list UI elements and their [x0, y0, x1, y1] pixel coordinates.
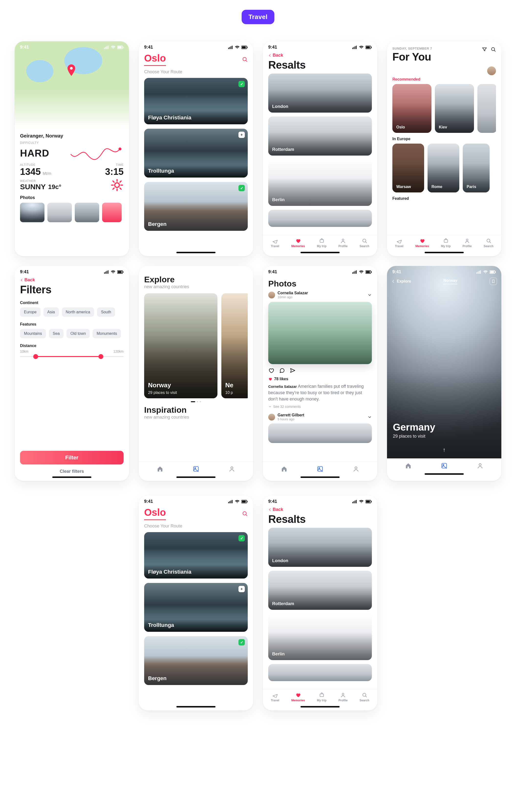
tab-travel[interactable]: Travel — [271, 692, 279, 702]
tab-profile[interactable] — [477, 463, 483, 469]
svg-rect-33 — [371, 47, 372, 48]
back-button[interactable]: Back — [268, 507, 372, 512]
screen-explore: Explore new amazing countries Norway 29 … — [139, 266, 253, 481]
tab-search[interactable]: Search — [484, 238, 493, 248]
route-card[interactable]: ✓Fløya Christiania — [144, 532, 248, 579]
status-icons — [228, 500, 248, 503]
plus-icon[interactable]: + — [238, 586, 245, 592]
eu-card[interactable]: Rome — [428, 144, 459, 193]
caption-author[interactable]: Cornelia Salazar — [268, 384, 297, 388]
route-card[interactable]: ✓ Bergen — [144, 182, 248, 231]
like-icon[interactable] — [268, 368, 274, 373]
post-image[interactable] — [268, 424, 372, 443]
send-icon[interactable] — [290, 368, 296, 373]
status-icons — [104, 270, 124, 274]
post-time: 5 hours ago — [278, 417, 365, 421]
search-icon[interactable] — [242, 511, 248, 517]
photo-thumb[interactable] — [48, 203, 72, 222]
distance-slider[interactable] — [20, 353, 124, 360]
chip[interactable]: Monuments — [93, 329, 121, 338]
result-card[interactable] — [268, 210, 372, 227]
tab-profile[interactable]: Profile — [338, 692, 347, 702]
back-button[interactable]: Back — [20, 278, 124, 283]
post-image[interactable] — [268, 302, 372, 364]
comment-icon[interactable] — [279, 368, 285, 373]
rec-card[interactable]: Oslo — [392, 84, 431, 133]
tab-search[interactable]: Search — [360, 692, 369, 702]
result-card[interactable]: Berlin — [268, 614, 372, 660]
rec-card[interactable] — [478, 84, 496, 133]
route-card[interactable]: +Trolltunga — [144, 583, 248, 632]
photos-row[interactable] — [20, 203, 124, 222]
filter-icon[interactable] — [482, 47, 487, 52]
tab-gallery[interactable] — [441, 463, 447, 469]
svg-point-8 — [118, 147, 121, 150]
result-card[interactable]: Rotterdam — [268, 116, 372, 155]
result-card[interactable]: London — [268, 74, 372, 113]
chip[interactable]: South — [97, 308, 115, 317]
search-icon[interactable] — [242, 56, 248, 62]
result-card[interactable]: London — [268, 528, 372, 567]
explore-card[interactable]: Ne 10 p — [221, 293, 248, 398]
eu-card[interactable]: Warsaw — [392, 144, 424, 193]
city-name: London — [272, 104, 288, 109]
tab-home[interactable] — [157, 466, 163, 472]
tab-profile[interactable] — [229, 466, 235, 472]
chip[interactable]: Mountains — [20, 329, 46, 338]
tab-gallery[interactable] — [317, 466, 323, 472]
page-title: For You — [392, 51, 432, 63]
tab-profile[interactable]: Profile — [338, 238, 347, 248]
post-author[interactable]: Cornelia Salazar — [278, 291, 365, 295]
tab-memories[interactable]: Memories — [291, 238, 305, 248]
tab-my-trip[interactable]: My trip — [317, 238, 326, 248]
back-button[interactable]: Back — [268, 53, 372, 58]
chip[interactable]: North america — [62, 308, 94, 317]
result-card[interactable]: Berlin — [268, 160, 372, 206]
filter-button[interactable]: Filter — [20, 451, 124, 464]
avatar[interactable] — [268, 414, 275, 420]
chip[interactable]: Europe — [20, 308, 40, 317]
page-dot — [200, 401, 201, 402]
tab-my-trip[interactable]: My trip — [317, 692, 326, 702]
arrow-up-icon[interactable]: ↑ — [443, 447, 446, 453]
tab-gallery[interactable] — [193, 466, 199, 472]
chip[interactable]: Old town — [66, 329, 90, 338]
tab-travel[interactable]: Travel — [395, 238, 403, 248]
tab-home[interactable] — [405, 463, 411, 469]
search-icon[interactable] — [491, 47, 496, 52]
tab-memories[interactable]: Memories — [291, 692, 305, 702]
chevron-down-icon[interactable] — [368, 293, 372, 297]
photo-thumb[interactable] — [20, 203, 45, 222]
route-card[interactable]: + Trolltunga — [144, 129, 248, 178]
tab-my-trip[interactable]: My trip — [441, 238, 451, 248]
avatar[interactable] — [487, 66, 496, 75]
result-card[interactable]: Rotterdam — [268, 571, 372, 610]
plus-icon[interactable]: + — [238, 132, 245, 138]
explore-card[interactable]: Norway 29 places to visit — [144, 293, 218, 398]
tab-travel[interactable]: Travel — [271, 238, 279, 248]
tab-home[interactable] — [281, 466, 287, 472]
eu-card[interactable]: Paris — [463, 144, 490, 193]
chip[interactable]: Asia — [44, 308, 59, 317]
screen-for-you: SUNDAY, SEPTEMBER 7 For You Recommended … — [387, 41, 501, 256]
result-card[interactable] — [268, 664, 372, 681]
see-comments-link[interactable]: See 32 comments — [268, 405, 372, 409]
rec-card[interactable]: Kiev — [435, 84, 474, 133]
clear-filters-link[interactable]: Clear filters — [20, 469, 124, 474]
chevron-down-icon[interactable] — [368, 415, 372, 419]
svg-rect-28 — [353, 47, 354, 49]
post-author[interactable]: Garrett Gilbert — [278, 413, 365, 417]
photo-thumb[interactable] — [102, 203, 122, 222]
avatar[interactable] — [268, 292, 275, 298]
label-continent: Continent — [20, 301, 124, 305]
photo-thumb[interactable] — [75, 203, 99, 222]
route-card[interactable]: ✓Bergen — [144, 636, 248, 685]
route-card[interactable]: ✓ Fløya Christiania — [144, 78, 248, 124]
tab-memories[interactable]: Memories — [415, 238, 429, 248]
destination-title: Germany — [393, 422, 435, 433]
tab-search[interactable]: Search — [360, 238, 369, 248]
tab-profile[interactable]: Profile — [462, 238, 471, 248]
tab-bar: Travel Memories My trip Profile Search — [263, 235, 377, 249]
tab-profile[interactable] — [353, 466, 359, 472]
chip[interactable]: Sea — [49, 329, 63, 338]
